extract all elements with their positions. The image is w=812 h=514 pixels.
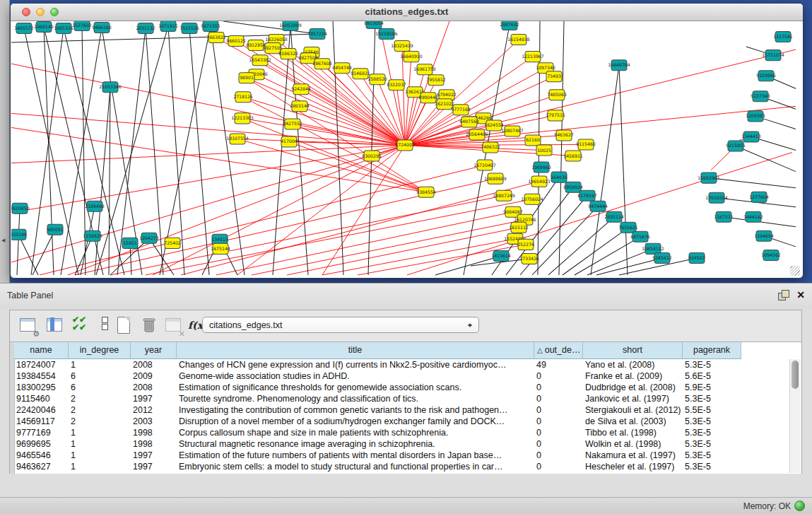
network-node[interactable]: 16640910: [400, 52, 423, 62]
collapse-arrow-icon[interactable]: ◀: [1, 238, 5, 243]
network-node[interactable]: 1167511: [714, 211, 734, 222]
network-node[interactable]: 1797515: [546, 110, 565, 121]
network-node[interactable]: 2069140: [34, 22, 54, 33]
network-edge[interactable]: [109, 87, 110, 275]
network-node[interactable]: 9660125: [226, 36, 246, 47]
network-node[interactable]: 10807487: [501, 126, 524, 136]
network-node[interactable]: 1065326: [54, 23, 73, 34]
network-node[interactable]: 17016504: [705, 192, 728, 203]
network-node[interactable]: 10688609: [484, 173, 507, 184]
network-node[interactable]: 1588520: [367, 74, 387, 85]
network-node[interactable]: 16053809: [279, 21, 302, 31]
new-column-icon[interactable]: [114, 316, 134, 336]
network-node[interactable]: 9329966: [756, 71, 776, 81]
network-view-canvas[interactable]: 1724007830029593845541405572206914010653…: [11, 21, 801, 276]
network-edge[interactable]: [18, 235, 38, 275]
network-node[interactable]: 12213383: [231, 113, 254, 124]
table-row[interactable]: 2242004622012Investigating the contribut…: [14, 404, 741, 416]
network-node[interactable]: 2867608: [312, 59, 332, 69]
network-edge[interactable]: [563, 228, 628, 275]
table-selector-dropdown[interactable]: citations_edges.txt: [202, 317, 479, 333]
network-node[interactable]: 8300295: [362, 151, 382, 161]
column-header-short[interactable]: short: [583, 342, 683, 358]
network-edge[interactable]: [181, 182, 539, 275]
network-node[interactable]: 8186328: [278, 49, 298, 59]
table-row[interactable]: 946554611997Estimation of the future num…: [14, 450, 741, 461]
window-resize-handle[interactable]: [790, 266, 800, 276]
network-edge[interactable]: [11, 145, 405, 212]
network-node[interactable]: 7955812: [426, 75, 446, 86]
network-node[interactable]: 985051: [47, 224, 64, 235]
network-node[interactable]: 1527602: [72, 21, 92, 31]
network-edge[interactable]: [252, 220, 525, 275]
network-node[interactable]: 1071915: [158, 21, 178, 32]
network-node[interactable]: 1724007: [395, 140, 415, 151]
network-node[interactable]: 164035: [551, 172, 567, 182]
column-header-in_degree[interactable]: in_degree: [69, 342, 131, 358]
network-node[interactable]: 9227343: [751, 91, 770, 102]
network-node[interactable]: 1209383: [746, 111, 765, 122]
network-edge[interactable]: [322, 239, 515, 275]
network-node[interactable]: 1615112: [509, 222, 529, 233]
network-node[interactable]: 8471676: [630, 231, 650, 242]
close-panel-icon[interactable]: ✕: [796, 289, 805, 300]
network-node[interactable]: 252274: [517, 239, 534, 250]
network-edge[interactable]: [17, 209, 20, 275]
network-node[interactable]: 18325419: [391, 41, 413, 52]
network-node[interactable]: 7485063: [547, 90, 567, 100]
network-node[interactable]: 1733426: [519, 253, 539, 264]
network-node[interactable]: 933199: [11, 229, 27, 240]
scrollbar-thumb[interactable]: [792, 361, 799, 389]
network-node[interactable]: 1094562: [761, 250, 781, 260]
network-node[interactable]: 15751074: [762, 50, 784, 61]
network-node[interactable]: 2887682: [500, 21, 519, 30]
table-row[interactable]: 969969511998Structural magnetic resonanc…: [14, 438, 741, 450]
network-node[interactable]: 9777169: [451, 105, 471, 115]
network-node[interactable]: 1204273: [139, 233, 159, 243]
network-node[interactable]: 16648784: [608, 60, 630, 71]
network-node[interactable]: 1344413: [741, 132, 761, 142]
network-node[interactable]: 9466160: [92, 23, 112, 33]
network-node[interactable]: 98901: [239, 73, 254, 83]
network-node[interactable]: 1444162: [743, 211, 763, 222]
network-node[interactable]: 9427552: [283, 119, 302, 129]
table-row[interactable]: 911546021997Tourette syndrome. Phenomeno…: [14, 393, 741, 404]
delete-column-icon[interactable]: [140, 316, 160, 336]
network-edge[interactable]: [368, 21, 375, 275]
network-node[interactable]: 73493: [546, 71, 562, 82]
network-node[interactable]: 15692961: [698, 173, 720, 183]
network-node[interactable]: 2031132: [136, 23, 155, 34]
network-edge[interactable]: [237, 145, 405, 275]
network-node[interactable]: 725402: [164, 238, 181, 248]
network-node[interactable]: 2718126: [233, 92, 253, 103]
network-node[interactable]: 6497568: [459, 117, 479, 127]
network-node[interactable]: 2189498: [85, 201, 105, 211]
network-node[interactable]: 18107554: [226, 134, 249, 144]
network-edge[interactable]: [189, 28, 209, 275]
network-node[interactable]: 1413614: [491, 250, 511, 261]
network-edge[interactable]: [287, 228, 519, 275]
network-edge[interactable]: [11, 145, 405, 163]
network-node[interactable]: 19654923: [528, 176, 551, 187]
network-edge[interactable]: [619, 65, 628, 275]
network-node[interactable]: 9245612: [652, 252, 672, 263]
table-row[interactable]: 1830029562008Estimation of significance …: [14, 382, 741, 393]
network-node[interactable]: 9115460: [576, 139, 596, 150]
network-edge[interactable]: [407, 153, 792, 275]
network-edge[interactable]: [435, 256, 501, 275]
table-row[interactable]: 1456911722003Disruption of a novel membe…: [14, 416, 741, 427]
network-edge[interactable]: [548, 217, 614, 275]
column-header-name[interactable]: name: [14, 342, 69, 358]
network-node[interactable]: 9215955: [726, 141, 746, 151]
table-options-icon[interactable]: ⚙: [18, 316, 38, 336]
network-node[interactable]: 8322037: [387, 80, 406, 90]
network-node[interactable]: 2620650: [11, 203, 30, 214]
network-node[interactable]: 9242844: [291, 84, 311, 95]
show-columns-icon[interactable]: [45, 316, 65, 336]
network-edge[interactable]: [153, 145, 405, 275]
table-row[interactable]: 1872400712008Changes of HCN gene express…: [14, 359, 741, 370]
network-node[interactable]: 2803144: [290, 101, 310, 112]
column-header-title[interactable]: title: [177, 342, 534, 358]
network-edge[interactable]: [223, 21, 317, 34]
column-header-year[interactable]: year: [131, 342, 177, 358]
